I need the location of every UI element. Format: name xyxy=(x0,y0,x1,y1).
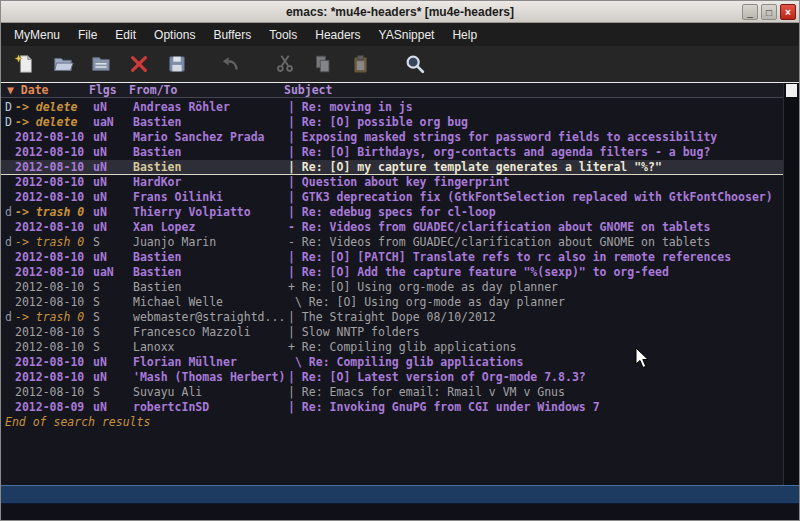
message-row[interactable]: 2012-08-10 S Michael Welle \ Re: [O] Usi… xyxy=(1,295,783,310)
copy-button[interactable] xyxy=(309,50,337,78)
new-file-button[interactable] xyxy=(11,50,39,78)
scrollbar-thumb[interactable] xyxy=(786,84,797,97)
flags-cell: uN xyxy=(93,355,133,370)
column-header-flags[interactable]: Flgs xyxy=(89,83,129,97)
message-row[interactable]: 2012-08-10 uN Bastien | Re: [O] my captu… xyxy=(1,160,783,175)
menu-item[interactable]: Edit xyxy=(106,25,145,45)
window-title: emacs: *mu4e-headers* [mu4e-headers] xyxy=(286,5,514,19)
date-cell: 2012-08-10 xyxy=(15,220,93,235)
menu-item[interactable]: Tools xyxy=(260,25,306,45)
close-button[interactable]: × xyxy=(780,4,796,20)
flags-cell: S xyxy=(93,325,133,340)
mark-char xyxy=(5,175,15,190)
date-cell: 2012-08-10 xyxy=(15,355,93,370)
menu-item[interactable]: Buffers xyxy=(204,25,260,45)
flags-cell: uN xyxy=(93,370,133,385)
message-row[interactable]: 2012-08-10 S Francesco Mazzoli | Slow NN… xyxy=(1,325,783,340)
thread-indicator: | xyxy=(288,160,302,174)
mark-char: d xyxy=(5,205,15,220)
from-cell: Bastien xyxy=(133,265,288,280)
subject-cell: Re: [O] Latest version of Org-mode 7.8.3… xyxy=(302,370,586,385)
flags-cell: uN xyxy=(93,145,133,160)
echo-area[interactable] xyxy=(1,504,799,520)
thread-indicator: - xyxy=(288,235,302,250)
cut-button[interactable] xyxy=(271,50,299,78)
dired-button[interactable] xyxy=(87,50,115,78)
message-row[interactable]: d -> trash 0 uN Thierry Volpiatto | Re: … xyxy=(1,205,783,220)
message-row[interactable]: 2012-08-10 uN Xan Lopez - Re: Videos fro… xyxy=(1,220,783,235)
date-cell: -> delete xyxy=(15,100,93,115)
message-row[interactable]: 2012-08-10 uN Mario Sanchez Prada | Expo… xyxy=(1,130,783,145)
message-row[interactable]: 2012-08-10 S Bastien + Re: [O] Using org… xyxy=(1,280,783,295)
message-row[interactable]: 2012-08-10 S Suvayu Ali | Re: Emacs for … xyxy=(1,385,783,400)
from-cell: Andreas Röhler xyxy=(133,100,288,115)
subject-cell: Re: [O] Using org-mode as day planner xyxy=(302,280,558,295)
message-row[interactable]: 2012-08-10 uN Florian Müllner \ Re: Comp… xyxy=(1,355,783,370)
message-row[interactable]: 2012-08-10 uaN Bastien | Re: [O] Add the… xyxy=(1,265,783,280)
search-button[interactable] xyxy=(401,50,429,78)
date-cell: 2012-08-10 xyxy=(15,265,93,280)
date-cell: 2012-08-09 xyxy=(15,400,93,415)
from-cell: Lanoxx xyxy=(133,340,288,355)
message-row[interactable]: 2012-08-10 uN Bastien | Re: [O] Birthday… xyxy=(1,145,783,160)
message-row[interactable]: D -> delete uN Andreas Röhler | Re: movi… xyxy=(1,100,783,115)
column-header-from[interactable]: From/To xyxy=(129,83,284,97)
menu-item[interactable]: File xyxy=(69,25,106,45)
message-list: D -> delete uN Andreas Röhler | Re: movi… xyxy=(1,98,783,485)
message-row[interactable]: 2012-08-10 S Lanoxx + Re: Compiling glib… xyxy=(1,340,783,355)
message-row[interactable]: 2012-08-10 uN HardKor | Question about k… xyxy=(1,175,783,190)
menu-item[interactable]: Options xyxy=(145,25,204,45)
body: ▼ Date Flgs From/To Subject D -> delete … xyxy=(1,83,799,485)
mark-char xyxy=(5,160,15,174)
thread-indicator: | xyxy=(288,100,302,115)
column-header-subject[interactable]: Subject xyxy=(284,83,332,97)
subject-cell: Re: moving in js xyxy=(302,100,413,115)
kill-buffer-button[interactable] xyxy=(125,50,153,78)
undo-button[interactable] xyxy=(217,50,245,78)
end-of-results: End of search results xyxy=(1,415,783,430)
subject-cell: Re: Emacs for email: Rmail v VM v Gnus xyxy=(302,385,565,400)
subject-cell: The Straight Dope 08/10/2012 xyxy=(302,310,496,325)
from-cell: Xan Lopez xyxy=(133,220,288,235)
menu-item[interactable]: MyMenu xyxy=(5,25,69,45)
from-cell: Bastien xyxy=(133,160,288,174)
thread-indicator: + xyxy=(288,340,302,355)
title-bar[interactable]: emacs: *mu4e-headers* [mu4e-headers] _ □… xyxy=(1,1,799,23)
menu-item[interactable]: Headers xyxy=(306,25,369,45)
date-cell: 2012-08-10 xyxy=(15,130,93,145)
from-cell: Bastien xyxy=(133,250,288,265)
mark-char: d xyxy=(5,235,15,250)
message-row[interactable]: 2012-08-10 uN Bastien | Re: [O] [PATCH] … xyxy=(1,250,783,265)
flags-cell: S xyxy=(93,280,133,295)
scrollbar[interactable] xyxy=(783,83,799,485)
thread-indicator: - xyxy=(288,220,302,235)
open-file-button[interactable] xyxy=(49,50,77,78)
message-row[interactable]: 2012-08-10 uN Frans Oilinki | GTK3 depre… xyxy=(1,190,783,205)
message-row[interactable]: 2012-08-10 uN 'Mash (Thomas Herbert) | R… xyxy=(1,370,783,385)
column-header-date[interactable]: ▼ Date xyxy=(1,83,89,97)
message-row[interactable]: D -> delete uaN Bastien | Re: [O] possib… xyxy=(1,115,783,130)
message-row[interactable]: d -> trash 0 S webmaster@straightd... | … xyxy=(1,310,783,325)
maximize-button[interactable]: □ xyxy=(761,4,777,20)
thread-indicator: \ xyxy=(288,355,309,370)
menu-item[interactable]: YASnippet xyxy=(370,25,444,45)
copy-icon xyxy=(312,53,334,75)
thread-indicator: \ xyxy=(288,295,309,310)
mark-char: D xyxy=(5,115,15,130)
mark-char xyxy=(5,280,15,295)
toolbar xyxy=(1,46,799,83)
thread-indicator: | xyxy=(288,115,302,130)
mark-char xyxy=(5,340,15,355)
minimize-button[interactable]: _ xyxy=(742,4,758,20)
message-row[interactable]: d -> trash 0 S Juanjo Marin - Re: Videos… xyxy=(1,235,783,250)
flags-cell: S xyxy=(93,235,133,250)
menu-item[interactable]: Help xyxy=(443,25,486,45)
from-cell: Bastien xyxy=(133,145,288,160)
subject-cell: Re: edebug specs for cl-loop xyxy=(302,205,496,220)
paste-clipboard-icon xyxy=(350,53,372,75)
save-buffer-button[interactable] xyxy=(163,50,191,78)
paste-button[interactable] xyxy=(347,50,375,78)
emacs-window: emacs: *mu4e-headers* [mu4e-headers] _ □… xyxy=(0,0,800,521)
mark-char xyxy=(5,385,15,400)
message-row[interactable]: 2012-08-09 uN robertcInSD | Re: Invoking… xyxy=(1,400,783,415)
